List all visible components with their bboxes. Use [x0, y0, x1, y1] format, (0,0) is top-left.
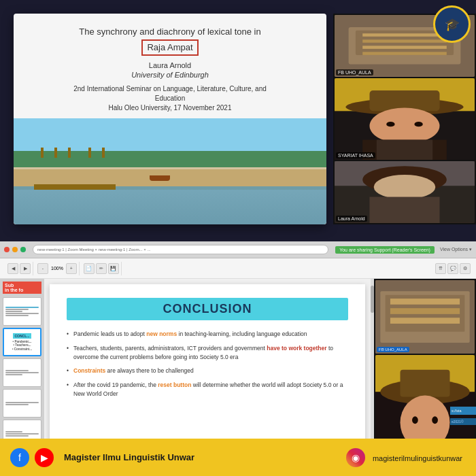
highlight-reset-button: reset button	[158, 381, 191, 388]
browser-minimize-btn[interactable]	[12, 247, 18, 252]
toolbar-file-btn[interactable]: 📄	[84, 263, 95, 274]
toolbar-right-group: ⇈ 💬 ⚙	[435, 263, 471, 274]
footer: f ▶ Magister Ilmu Linguistik Unwar ◉ mag…	[0, 439, 476, 476]
browser-address-bar[interactable]: new-meeting-1 | Zoom Meeting × new-meeti…	[33, 245, 328, 254]
facebook-icon[interactable]: f	[10, 448, 29, 467]
external-link[interactable]: s://sta	[450, 407, 476, 415]
sidebar-label-container: Sub in the fo	[3, 282, 41, 295]
zoom-level: 100%	[50, 266, 65, 271]
right-video-audience: FB UHO_AULA	[375, 280, 475, 354]
toolbar-edit-btn[interactable]: ✏	[96, 263, 107, 274]
instagram-icon[interactable]: ◉	[346, 448, 365, 467]
svg-point-32	[412, 417, 418, 424]
highlight-new-norms: new norms	[146, 330, 177, 337]
toolbar-group-nav: ◀ ▶	[5, 262, 33, 275]
slide-author: Laura Arnold	[27, 61, 313, 69]
date-text: e2021©	[450, 418, 476, 425]
bullet-item-2: Teachers, students, parents, administrat…	[67, 344, 348, 362]
participant-audience-label: FB UHO_AULA	[336, 69, 373, 75]
svg-point-12	[386, 122, 394, 126]
thumbnail-1[interactable]	[3, 297, 41, 326]
conclusion-title: CONCLUSION	[75, 302, 340, 316]
top-section: The synchrony and diachrony of lexical t…	[0, 0, 476, 245]
svg-rect-25	[390, 308, 460, 314]
toolbar-forward-btn[interactable]: ▶	[20, 263, 31, 274]
svg-point-19	[374, 175, 436, 199]
slide-header: The synchrony and diachrony of lexical t…	[14, 14, 326, 118]
toolbar-group-zoom: - 100% +	[35, 262, 80, 275]
bullet-list: Pandemic leads us to adopt new norms in …	[67, 330, 348, 398]
browser-toolbar: new-meeting-1 | Zoom Meeting × new-meeti…	[0, 241, 476, 258]
toolbar-settings-btn[interactable]: ⚙	[460, 263, 471, 274]
svg-rect-15	[377, 139, 432, 160]
thumbnail-4[interactable]	[3, 389, 41, 418]
toolbar-zoom-out-btn[interactable]: -	[37, 263, 48, 274]
bullet-item-4: After the covid 19 pandemic, the reset b…	[67, 381, 348, 398]
browser-close-btn[interactable]	[4, 247, 10, 252]
highlight-constraints: Constraints	[73, 367, 105, 374]
svg-point-13	[414, 122, 422, 126]
participant-person1-label: SYARIAT IHASA	[336, 152, 375, 158]
footer-ig-group: ◉ magisterilmulinguistkunwar	[346, 448, 462, 467]
browser-notification: You are sharing Support (Reader's Screen…	[335, 246, 435, 254]
svg-rect-30	[401, 370, 450, 397]
toolbar-zoom-in-btn[interactable]: +	[66, 263, 77, 274]
footer-title: Magister Ilmu Linguistik Unwar	[64, 452, 194, 462]
logo-icon: 🎓	[445, 17, 460, 32]
slide-highlight-box: Raja Ampat	[141, 39, 198, 56]
toolbar-comment-btn[interactable]: 💬	[447, 263, 458, 274]
slide-title: The synchrony and diachrony of lexical t…	[27, 26, 313, 56]
toolbar-share-btn[interactable]: ⇈	[435, 263, 446, 274]
svg-point-33	[432, 417, 438, 424]
svg-rect-24	[390, 299, 460, 305]
participant-person2-label: Laura Arnold	[336, 216, 367, 222]
highlight-work-together: have to work together	[267, 345, 326, 352]
social-icons: f ▶	[10, 448, 54, 467]
svg-rect-5	[362, 46, 447, 49]
pier-post-2	[54, 148, 57, 158]
youtube-icon[interactable]: ▶	[35, 448, 54, 467]
participants-panel: FB UHO_AULA	[333, 14, 476, 224]
pier-post-1	[41, 148, 44, 158]
bullet-item-3: Constraints are always there to be chall…	[67, 367, 348, 375]
slide-boat	[150, 175, 170, 181]
slide-image	[14, 118, 326, 224]
toolbar-group-file: 📄 ✏ 💾	[82, 262, 122, 275]
slide-university: University of Edinburgh	[27, 71, 313, 79]
pier-post-5	[102, 148, 105, 158]
view-options-btn[interactable]: View Options ▾	[440, 247, 472, 252]
right-video-audience-label: FB UHO_AULA	[377, 347, 409, 352]
footer-text-group: Magister Ilmu Linguistik Unwar	[64, 452, 194, 462]
main-slide: The synchrony and diachrony of lexical t…	[14, 14, 326, 224]
slide-pier	[34, 184, 116, 190]
participant-person1: SYARIAT IHASA	[335, 78, 475, 160]
browser-maximize-btn[interactable]	[20, 247, 26, 252]
participant-person2: Laura Arnold	[335, 161, 475, 223]
svg-rect-4	[362, 39, 447, 43]
footer-subtitle: magisterilmulinguistkunwar	[373, 454, 462, 462]
pier-post-4	[88, 148, 91, 158]
svg-point-11	[370, 107, 440, 143]
sidebar-sub-label: Sub in the fo	[3, 282, 41, 294]
svg-rect-6	[362, 52, 447, 55]
slide-event: 2nd International Seminar on Language, L…	[27, 84, 313, 113]
svg-rect-20	[370, 197, 440, 223]
thumbnail-3[interactable]	[3, 358, 41, 387]
logo-badge: 🎓	[433, 5, 471, 43]
pier-post-3	[68, 148, 71, 158]
slide-water	[14, 186, 326, 224]
conclusion-header: CONCLUSION	[67, 298, 348, 320]
toolbar-back-btn[interactable]: ◀	[7, 263, 18, 274]
document-toolbar: ◀ ▶ - 100% + 📄 ✏ 💾 ⇈ 💬 ⚙	[0, 258, 476, 279]
bullet-item-1: Pandemic leads us to adopt new norms in …	[67, 330, 348, 339]
svg-rect-3	[362, 33, 447, 37]
thumbnail-2[interactable]: CONCL... • Pandemic... • Teachers... • C…	[3, 328, 41, 356]
main-container: The synchrony and diachrony of lexical t…	[0, 0, 476, 476]
toolbar-save-btn[interactable]: 💾	[108, 263, 119, 274]
svg-rect-26	[390, 318, 460, 324]
